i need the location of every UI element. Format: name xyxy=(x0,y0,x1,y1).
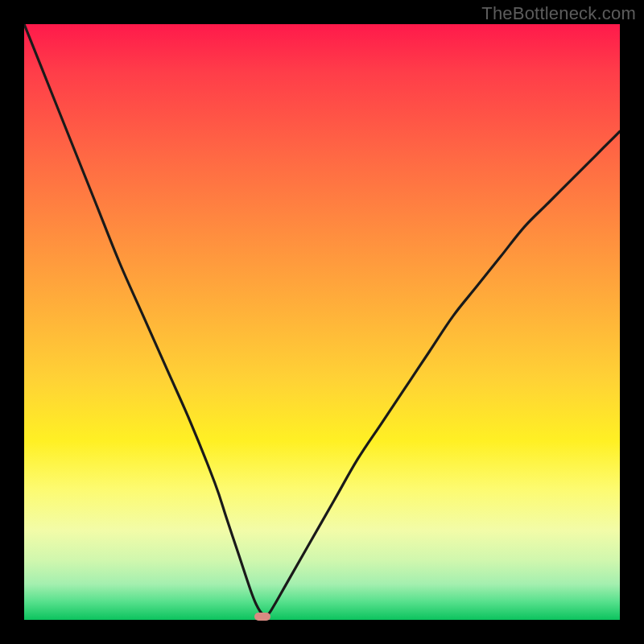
curve-path xyxy=(24,24,620,615)
plot-area xyxy=(24,24,620,620)
chart-frame: TheBottleneck.com xyxy=(0,0,644,644)
bottleneck-curve xyxy=(24,24,620,620)
optimal-point-marker xyxy=(254,613,270,621)
watermark-text: TheBottleneck.com xyxy=(481,3,636,24)
